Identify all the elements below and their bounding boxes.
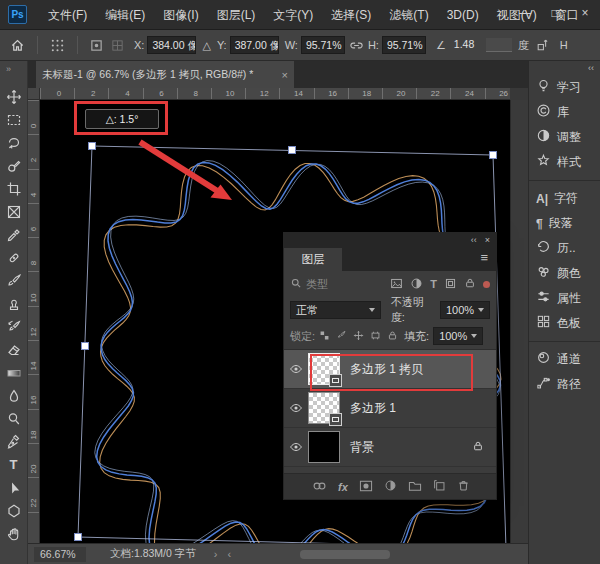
- interpolation-icon[interactable]: [536, 38, 550, 52]
- blur-tool-icon[interactable]: [5, 388, 23, 404]
- lasso-tool-icon[interactable]: [5, 135, 23, 151]
- visibility-eye-icon[interactable]: [284, 362, 308, 376]
- status-arrow-right-icon[interactable]: ›: [214, 548, 218, 560]
- quick-select-tool-icon[interactable]: [5, 158, 23, 174]
- dock-item-styles[interactable]: 样式: [529, 150, 600, 175]
- delete-layer-icon[interactable]: [457, 479, 470, 494]
- gradient-tool-icon[interactable]: [5, 365, 23, 381]
- panel-menu-icon[interactable]: ≡: [480, 248, 496, 271]
- dock-item-channels[interactable]: 通道: [529, 347, 600, 372]
- layers-tab[interactable]: 图层: [284, 248, 342, 271]
- filter-adjustment-icon[interactable]: [410, 277, 423, 292]
- y-value-field[interactable]: 387.00 像素: [230, 36, 279, 54]
- layer-row-polygon[interactable]: 多边形 1: [284, 389, 496, 428]
- toggle-reference-icon[interactable]: [90, 39, 103, 52]
- layer-name[interactable]: 多边形 1 拷贝: [350, 361, 423, 378]
- dodge-tool-icon[interactable]: [5, 411, 23, 427]
- dock-item-paths[interactable]: 路径: [529, 372, 600, 397]
- marquee-tool-icon[interactable]: [5, 112, 23, 128]
- dock-collapse-icon[interactable]: ‹‹: [529, 61, 600, 75]
- filter-type-dropdown[interactable]: 类型: [306, 277, 328, 292]
- pen-tool-icon[interactable]: [5, 434, 23, 450]
- fill-field[interactable]: 100%: [433, 327, 483, 345]
- move-tool-icon[interactable]: [5, 89, 23, 105]
- layer-thumbnail[interactable]: [308, 353, 340, 385]
- history-brush-tool-icon[interactable]: [5, 319, 23, 335]
- link-layers-icon[interactable]: [312, 480, 327, 494]
- visibility-eye-icon[interactable]: [284, 401, 308, 415]
- opacity-field[interactable]: 100%: [440, 301, 490, 319]
- new-layer-icon[interactable]: [433, 479, 446, 494]
- dock-item-history[interactable]: 历..: [529, 236, 600, 261]
- dock-item-learn[interactable]: 学习: [529, 75, 600, 100]
- lock-position-icon[interactable]: [353, 330, 364, 343]
- relative-position-icon[interactable]: △: [202, 39, 210, 52]
- x-value-field[interactable]: 384.00 像素: [147, 36, 196, 54]
- hand-tool-icon[interactable]: [5, 526, 23, 542]
- crop-tool-icon[interactable]: [5, 181, 23, 197]
- visibility-eye-icon[interactable]: [284, 440, 308, 454]
- brush-tool-icon[interactable]: [5, 273, 23, 289]
- dock-item-color[interactable]: 颜色: [529, 261, 600, 286]
- layer-row-background[interactable]: 背景: [284, 428, 496, 467]
- zoom-level-field[interactable]: 66.67%: [34, 547, 86, 562]
- horizontal-ruler[interactable]: 02468101214161820222426: [40, 88, 510, 100]
- layer-thumbnail[interactable]: [308, 431, 340, 463]
- menu-file[interactable]: 文件(F): [39, 0, 96, 30]
- shape-tool-icon[interactable]: [5, 503, 23, 519]
- layer-name[interactable]: 背景: [350, 439, 374, 456]
- blend-mode-select[interactable]: 正常: [290, 301, 381, 319]
- lock-transparent-icon[interactable]: [319, 330, 330, 343]
- layer-name[interactable]: 多边形 1: [350, 400, 396, 417]
- status-arrow-left-icon[interactable]: ‹: [227, 548, 231, 560]
- vertical-ruler[interactable]: 0246810121416182022: [28, 100, 40, 543]
- maximize-button[interactable]: □: [540, 0, 570, 28]
- menu-image[interactable]: 图像(I): [154, 0, 207, 30]
- stamp-tool-icon[interactable]: [5, 296, 23, 312]
- horizontal-scrollbar-thumb[interactable]: [300, 550, 390, 559]
- dock-item-adjustments[interactable]: 调整: [529, 125, 600, 150]
- type-tool-icon[interactable]: T: [5, 457, 23, 473]
- filter-pixel-icon[interactable]: [390, 277, 403, 292]
- dock-item-paragraph[interactable]: ¶ 段落: [529, 211, 600, 236]
- link-dimensions-icon[interactable]: [349, 38, 364, 53]
- document-tab[interactable]: 未标题-1 @ 66.7% (多边形 1 拷贝, RGB/8#) * ×: [36, 61, 294, 88]
- angle-input-box[interactable]: [486, 38, 512, 52]
- close-button[interactable]: ×: [570, 0, 600, 28]
- angle-value-field[interactable]: 1.48: [450, 36, 484, 54]
- filter-shape-icon[interactable]: [444, 277, 457, 292]
- eraser-tool-icon[interactable]: [5, 342, 23, 358]
- menu-edit[interactable]: 编辑(E): [96, 0, 154, 30]
- menu-3d[interactable]: 3D(D): [438, 0, 488, 30]
- lock-artboard-icon[interactable]: [370, 330, 381, 343]
- layer-thumbnail[interactable]: [308, 392, 340, 424]
- panel-close-icon[interactable]: ×: [485, 234, 490, 247]
- minimize-button[interactable]: —: [510, 0, 540, 28]
- healing-brush-tool-icon[interactable]: [5, 250, 23, 266]
- h-value-field[interactable]: 95.71%: [382, 36, 426, 54]
- lock-all-icon[interactable]: [387, 330, 398, 343]
- tab-close-icon[interactable]: ×: [282, 69, 288, 81]
- grid-toggle-icon[interactable]: [111, 39, 124, 52]
- home-icon[interactable]: [10, 38, 25, 53]
- filter-smart-object-icon[interactable]: [464, 277, 476, 291]
- menu-type[interactable]: 文字(Y): [264, 0, 322, 30]
- dock-item-properties[interactable]: 属性: [529, 286, 600, 311]
- layer-mask-icon[interactable]: [359, 480, 373, 494]
- ruler-origin-corner[interactable]: [28, 88, 40, 100]
- dock-item-character[interactable]: A| 字符: [529, 186, 600, 211]
- lock-pixels-icon[interactable]: [336, 330, 347, 343]
- menu-layer[interactable]: 图层(L): [208, 0, 265, 30]
- dock-item-libraries[interactable]: 库: [529, 100, 600, 125]
- eyedropper-tool-icon[interactable]: [5, 227, 23, 243]
- toolbar-collapse-icon[interactable]: »: [6, 61, 11, 77]
- filter-toggle-icon[interactable]: [483, 281, 490, 288]
- reference-point-icon[interactable]: [50, 38, 65, 53]
- path-select-tool-icon[interactable]: [5, 480, 23, 496]
- panel-collapse-icon[interactable]: ‹‹: [471, 234, 477, 247]
- new-group-icon[interactable]: [408, 480, 422, 494]
- layer-style-fx-icon[interactable]: fx: [338, 481, 348, 493]
- menu-select[interactable]: 选择(S): [322, 0, 380, 30]
- adjustment-layer-icon[interactable]: [384, 479, 397, 494]
- filter-type-text-icon[interactable]: T: [430, 278, 437, 290]
